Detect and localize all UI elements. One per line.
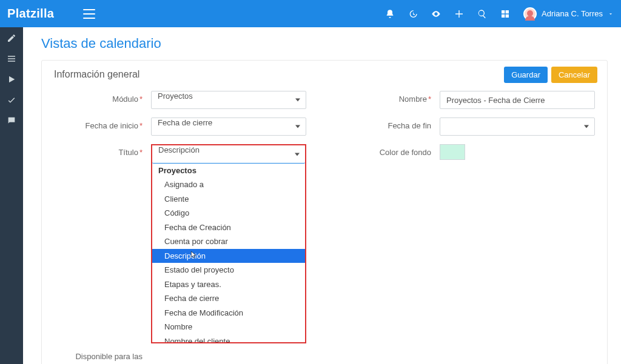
save-button[interactable]: Guardar [504,67,548,83]
hamburger-menu-icon[interactable] [83,9,95,19]
play-icon[interactable] [7,74,16,84]
color-label: Color de fondo [380,148,431,157]
background-color-swatch[interactable] [440,144,465,160]
dropdown-option[interactable]: Descripción [152,249,305,263]
fecha-fin-select[interactable] [440,117,595,136]
nombre-label: Nombre [399,94,427,104]
dropdown-option[interactable]: Código [152,206,305,220]
main-content: Vistas de calendario Información general… [23,27,621,364]
grid-icon[interactable] [500,9,510,19]
dropdown-option[interactable]: Fecha de cierre [152,291,305,306]
fecha-inicio-select[interactable]: Fecha de cierre [151,117,306,136]
list-icon[interactable] [7,54,16,64]
cancel-button[interactable]: Cancelar [551,67,597,83]
chat-icon[interactable] [7,116,16,125]
fecha-fin-label: Fecha de fin [388,121,431,130]
dropdown-option[interactable]: Nombre [152,320,305,334]
bell-icon[interactable] [385,9,395,19]
dropdown-option[interactable]: Etapas y tareas. [152,277,305,292]
dropdown-option[interactable]: Cuenta por cobrar [152,234,305,249]
titulo-label: Título [118,148,138,157]
user-name: Adriana C. Torres [542,9,603,18]
edit-icon[interactable] [7,33,16,43]
modulo-label: Módulo [112,94,138,104]
plus-icon[interactable] [454,9,464,19]
page-title: Vistas de calendario [41,36,608,51]
search-icon[interactable] [477,9,487,19]
history-icon[interactable] [408,9,418,19]
fecha-inicio-label: Fecha de inicio [85,121,138,130]
top-bar: Platzilla Adriana C. Torres [0,0,621,27]
dropdown-group-proyectos: Proyectos [152,164,305,177]
modulo-select[interactable]: Proyectos [151,91,306,109]
brand-logo: Platzilla [7,7,54,21]
nombre-input[interactable] [440,91,595,109]
dropdown-option[interactable]: Asignado a [152,177,305,192]
dropdown-option[interactable]: Fecha de Modificación [152,306,305,320]
chevron-down-icon [608,11,614,17]
general-info-panel: Información general Guardar Cancelar Mód… [41,60,608,364]
dropdown-option[interactable]: Cliente [152,192,305,207]
dropdown-option[interactable]: Nombre del cliente [152,334,305,342]
check-icon[interactable] [7,95,16,105]
dropdown-option[interactable]: Fecha de Creación [152,220,305,235]
disponible-label: Disponible para las aplicaciones [75,352,143,364]
avatar-icon [523,7,537,21]
sidebar [0,27,23,364]
user-menu[interactable]: Adriana C. Torres [523,7,614,21]
titulo-select[interactable]: Descripción [152,145,305,164]
titulo-dropdown[interactable]: ProyectosAsignado aClienteCódigoFecha de… [152,164,305,342]
top-actions: Adriana C. Torres [385,7,614,21]
dropdown-option[interactable]: Estado del proyecto [152,263,305,277]
titulo-select-open: Descripción ProyectosAsignado aClienteCó… [151,144,306,343]
eye-icon[interactable] [431,9,441,19]
